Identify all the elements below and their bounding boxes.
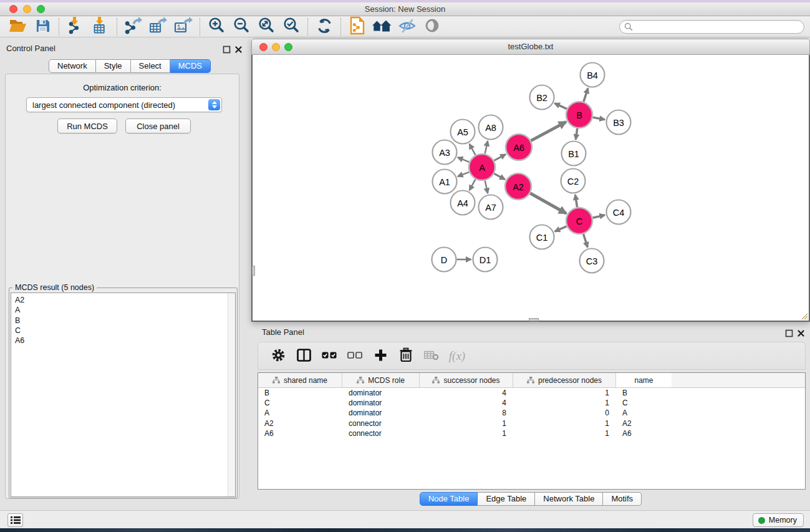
cell[interactable]: 1 (513, 418, 616, 428)
cell[interactable]: A2 (258, 418, 342, 428)
table-row[interactable]: Cdominator41C (258, 398, 805, 408)
cell[interactable]: A2 (616, 418, 672, 428)
close-panel-button[interactable]: Close panel (125, 118, 191, 133)
net-minimize-icon[interactable] (272, 43, 280, 51)
node-C[interactable]: C (566, 208, 592, 234)
edge-A-A4[interactable] (470, 179, 476, 190)
zoom-out-button[interactable] (229, 17, 254, 37)
net-zoom-icon[interactable] (284, 43, 292, 51)
cell[interactable]: dominator (342, 398, 420, 408)
node-A2[interactable]: A2 (505, 173, 531, 200)
new-network-from-file-button[interactable] (345, 17, 370, 37)
run-mcds-button[interactable]: Run MCDS (57, 118, 117, 133)
float-panel-icon[interactable] (223, 46, 231, 54)
node-A8[interactable]: A8 (479, 115, 503, 140)
result-scrollbar[interactable] (228, 293, 235, 496)
export-table-button[interactable] (146, 17, 171, 37)
node-D[interactable]: D (432, 248, 456, 272)
close-table-panel-icon[interactable] (797, 329, 805, 337)
mcds-result-list[interactable]: A2ABCA6 (11, 293, 236, 497)
cell[interactable]: connector (342, 418, 420, 428)
resize-grip-icon[interactable] (801, 312, 808, 320)
vertical-scroll-thumb[interactable] (252, 266, 255, 276)
criterion-dropdown[interactable]: largest connected component (directed) (26, 97, 222, 112)
column-header-shared-name[interactable]: shared name (258, 373, 342, 387)
node-C2[interactable]: C2 (561, 169, 586, 193)
cell[interactable]: B (616, 388, 672, 398)
node-table[interactable]: shared name MCDS role successor nodes pr… (258, 372, 806, 490)
edge-C-C3[interactable] (584, 234, 588, 248)
edge-A-A6[interactable] (494, 154, 506, 160)
cell[interactable]: A6 (616, 428, 672, 438)
result-item[interactable]: A2 (11, 293, 235, 305)
node-A1[interactable]: A1 (433, 170, 457, 194)
apply-preferred-layout-button[interactable] (312, 17, 337, 37)
float-table-panel-icon[interactable] (785, 329, 793, 337)
result-item[interactable]: C (11, 326, 235, 336)
node-A6[interactable]: A6 (506, 134, 532, 160)
search-input[interactable] (633, 22, 804, 32)
create-new-column-button[interactable] (370, 346, 390, 367)
tab-mcds[interactable]: MCDS (170, 59, 211, 73)
tab-select[interactable]: Select (131, 59, 170, 73)
node-A[interactable]: A (469, 154, 495, 180)
cell[interactable]: 1 (513, 388, 616, 398)
tab-network[interactable]: Network (49, 59, 96, 73)
save-session-button[interactable] (30, 17, 55, 37)
import-table-from-file-button[interactable] (88, 17, 113, 37)
tab-network-table[interactable]: Network Table (535, 492, 603, 506)
cell[interactable]: A (258, 408, 342, 418)
cell[interactable]: 1 (513, 398, 616, 408)
open-session-button[interactable] (5, 17, 30, 37)
edge-C-C1[interactable] (555, 226, 567, 231)
select-all-columns-button[interactable] (319, 346, 339, 367)
node-B[interactable]: B (566, 102, 592, 128)
network-window-titlebar[interactable]: testGlobe.txt (251, 39, 810, 55)
export-image-button[interactable] (171, 17, 196, 37)
cell[interactable]: dominator (342, 388, 420, 398)
cell[interactable]: 0 (513, 408, 616, 418)
edge-B-B1[interactable] (576, 128, 577, 140)
node-A4[interactable]: A4 (451, 191, 475, 215)
net-close-icon[interactable] (259, 43, 268, 51)
split-panel-button[interactable] (294, 346, 314, 367)
node-C3[interactable]: C3 (580, 249, 604, 273)
minimize-window-icon[interactable] (23, 5, 31, 13)
close-panel-icon[interactable] (234, 46, 243, 54)
delete-table-button[interactable] (422, 346, 441, 367)
edge-C-C4[interactable] (592, 215, 605, 218)
show-graphics-details-button[interactable] (420, 17, 445, 37)
node-A5[interactable]: A5 (451, 120, 475, 144)
table-header[interactable]: shared name MCDS role successor nodes pr… (258, 373, 805, 388)
delete-columns-button[interactable] (396, 346, 416, 367)
table-row[interactable]: A2connector11A2 (258, 418, 805, 428)
cell[interactable]: dominator (342, 408, 420, 418)
result-item[interactable]: A (11, 305, 235, 315)
cell[interactable]: A6 (258, 428, 342, 438)
node-B4[interactable]: B4 (581, 63, 605, 87)
memory-button[interactable]: Memory (753, 513, 804, 527)
cell[interactable]: 1 (420, 428, 513, 438)
zoom-window-icon[interactable] (37, 5, 45, 13)
tab-edge-table[interactable]: Edge Table (478, 492, 535, 506)
column-header-MCDS-role[interactable]: MCDS role (342, 373, 420, 387)
edge-B-B4[interactable] (584, 88, 588, 102)
tab-motifs[interactable]: Motifs (603, 492, 642, 506)
cell[interactable]: A (616, 408, 672, 418)
table-row[interactable]: A6connector11A6 (258, 428, 805, 438)
node-C1[interactable]: C1 (530, 225, 554, 249)
cell[interactable]: connector (342, 428, 420, 438)
edge-C-C2[interactable] (575, 195, 577, 207)
node-C4[interactable]: C4 (607, 200, 631, 225)
table-settings-gear-button[interactable] (268, 346, 288, 367)
tab-style[interactable]: Style (96, 59, 131, 73)
edge-B-B3[interactable] (593, 117, 605, 120)
function-builder-button[interactable]: f(x) (447, 346, 467, 367)
edge-A2-C[interactable] (530, 193, 566, 213)
node-A7[interactable]: A7 (479, 195, 503, 220)
node-D1[interactable]: D1 (473, 248, 498, 272)
edge-A-A3[interactable] (458, 157, 470, 162)
cell[interactable]: 4 (420, 388, 513, 398)
node-B3[interactable]: B3 (607, 110, 631, 135)
node-B2[interactable]: B2 (530, 85, 554, 110)
